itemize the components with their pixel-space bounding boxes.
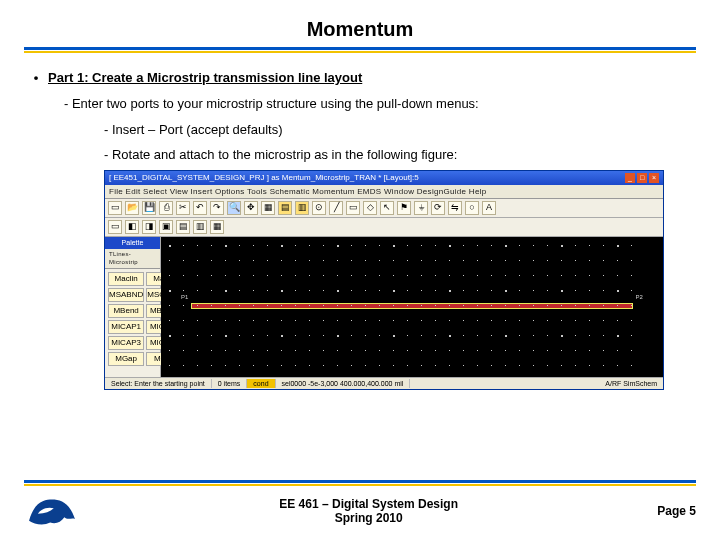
port-2-label: P2 [636,293,643,301]
title-rule [24,47,696,53]
step-main: - Enter two ports to your microstrip str… [24,95,696,113]
zoom-icon[interactable]: 🔍 [227,201,241,215]
palette-title: Palette [105,237,160,249]
palette-category[interactable]: TLines-Microstrip [105,249,160,269]
save-icon[interactable]: 💾 [142,201,156,215]
close-icon[interactable]: × [649,173,659,183]
footer-rule [24,480,696,486]
flag-icon[interactable]: ⚑ [397,201,411,215]
rect-icon[interactable]: ▭ [346,201,360,215]
palette-item[interactable]: Maclin [108,272,144,286]
footer: EE 461 – Digital System Design Spring 20… [24,496,696,526]
mirror-icon[interactable]: ⇋ [448,201,462,215]
new-icon[interactable]: ▭ [108,201,122,215]
substep-b: - Rotate and attach to the microstrip as… [24,146,696,164]
layer-icon[interactable]: ▤ [278,201,292,215]
embedded-screenshot: [ EE451_DIGITAL_SYSTEM_DESIGN_PRJ ] as M… [104,170,664,390]
status-hint: Select: Enter the starting point [105,379,212,389]
port-1-label: P1 [181,293,188,301]
status-items: 0 items [212,379,248,389]
tb2-f-icon[interactable]: ▥ [193,220,207,234]
substep-a: - Insert – Port (accept defaults) [24,121,696,139]
layout-canvas[interactable]: P1 P2 [161,237,663,377]
window-title: [ EE451_DIGITAL_SYSTEM_DESIGN_PRJ ] as M… [109,172,623,183]
palette-item[interactable]: MGap [108,352,144,366]
grid-icon[interactable]: ▦ [261,201,275,215]
course-term: Spring 2010 [80,511,657,525]
microstrip-line[interactable] [191,303,633,309]
ground-icon[interactable]: ⏚ [414,201,428,215]
pan-icon[interactable]: ✥ [244,201,258,215]
tb2-a-icon[interactable]: ▭ [108,220,122,234]
window-titlebar: [ EE451_DIGITAL_SYSTEM_DESIGN_PRJ ] as M… [105,171,663,185]
status-gold: cond [247,379,275,389]
tb2-b-icon[interactable]: ◧ [125,220,139,234]
minimize-icon[interactable]: _ [625,173,635,183]
palette-panel: Palette TLines-Microstrip Maclin Maclin … [105,237,161,377]
toolbar-row-2[interactable]: ▭ ◧ ◨ ▣ ▤ ▥ ▦ [105,218,663,237]
palette-item[interactable]: MICAP3 [108,336,144,350]
content-block: • Part 1: Create a Microstrip transmissi… [24,69,696,390]
layer2-icon[interactable]: ▥ [295,201,309,215]
page-number: Page 5 [657,504,696,518]
status-coords: sel0000 -5e-3,000 400.000,400.000 mil [276,379,411,389]
open-icon[interactable]: 📂 [125,201,139,215]
tb2-d-icon[interactable]: ▣ [159,220,173,234]
circle-icon[interactable]: ○ [465,201,479,215]
line-icon[interactable]: ╱ [329,201,343,215]
text-icon[interactable]: A [482,201,496,215]
status-bar: Select: Enter the starting point 0 items… [105,377,663,389]
wildcat-logo-icon [24,496,80,526]
poly-icon[interactable]: ◇ [363,201,377,215]
redo-icon[interactable]: ↷ [210,201,224,215]
rotate-icon[interactable]: ⟳ [431,201,445,215]
course-code: EE 461 – Digital System Design [80,497,657,511]
menubar[interactable]: File Edit Select View Insert Options Too… [105,185,663,199]
page-title: Momentum [24,18,696,47]
maximize-icon[interactable]: □ [637,173,647,183]
palette-grid: Maclin Maclin MSABND MSOBND MBend MBend2… [105,269,160,369]
footer-text: EE 461 – Digital System Design Spring 20… [80,497,657,526]
part-heading: Part 1: Create a Microstrip transmission… [48,69,362,87]
palette-item[interactable]: MICAP1 [108,320,144,334]
port-icon[interactable]: ⊙ [312,201,326,215]
tb2-g-icon[interactable]: ▦ [210,220,224,234]
cursor-icon[interactable]: ↖ [380,201,394,215]
status-right: A/RF SimSchem [599,379,663,389]
tb2-c-icon[interactable]: ◨ [142,220,156,234]
cut-icon[interactable]: ✂ [176,201,190,215]
toolbar-row-1[interactable]: ▭ 📂 💾 ⎙ ✂ ↶ ↷ 🔍 ✥ ▦ ▤ ▥ ⊙ ╱ ▭ ◇ ↖ [105,199,663,218]
undo-icon[interactable]: ↶ [193,201,207,215]
print-icon[interactable]: ⎙ [159,201,173,215]
bullet-dot: • [24,69,48,87]
palette-item[interactable]: MSABND [108,288,144,302]
palette-item[interactable]: MBend [108,304,144,318]
tb2-e-icon[interactable]: ▤ [176,220,190,234]
